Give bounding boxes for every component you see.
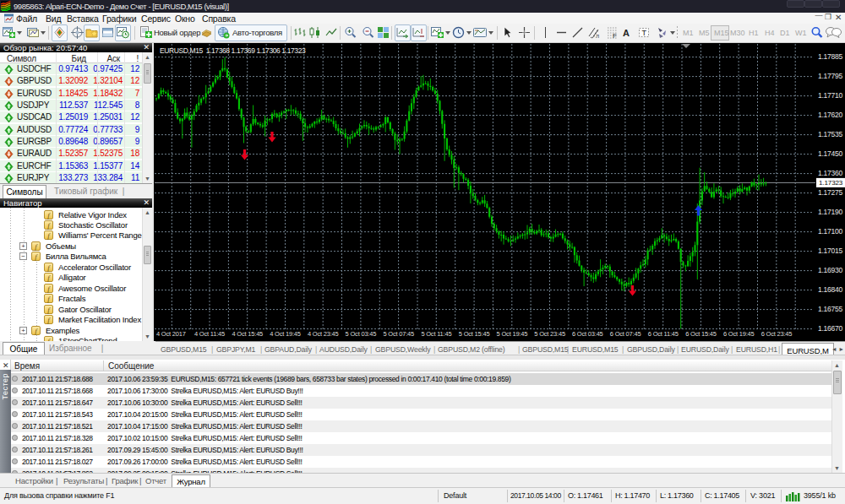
svg-text:4 Oct 15:45: 4 Oct 15:45 <box>232 330 264 338</box>
svg-text:1.17190: 1.17190 <box>818 208 842 216</box>
svg-text:1.17015: 1.17015 <box>818 247 842 255</box>
svg-text:1.17620: 1.17620 <box>818 111 842 119</box>
svg-text:6 Oct 11:45: 6 Oct 11:45 <box>648 330 679 338</box>
svg-text:1.17323: 1.17323 <box>819 179 843 187</box>
svg-text:5 Oct 15:45: 5 Oct 15:45 <box>459 330 490 338</box>
svg-text:6 Oct 07:45: 6 Oct 07:45 <box>610 330 641 338</box>
svg-text:5 Oct 19:45: 5 Oct 19:45 <box>497 330 528 338</box>
svg-text:T: T <box>642 29 647 37</box>
svg-text:5 Oct 07:45: 5 Oct 07:45 <box>383 330 414 338</box>
svg-text:F: F <box>613 32 617 39</box>
svg-text:л: л <box>596 33 599 39</box>
svg-text:4 Oct 19:45: 4 Oct 19:45 <box>270 330 301 338</box>
svg-text:5 Oct 11:45: 5 Oct 11:45 <box>421 330 451 338</box>
svg-text:6 Oct 23:45: 6 Oct 23:45 <box>761 330 793 338</box>
svg-text:1.17450: 1.17450 <box>818 149 842 158</box>
svg-text:1.16840: 1.16840 <box>818 285 842 294</box>
svg-text:1.17360: 1.17360 <box>818 169 842 177</box>
svg-text:1.17535: 1.17535 <box>818 130 842 138</box>
svg-text:1.17710: 1.17710 <box>818 91 842 100</box>
svg-text:4 Oct 2017: 4 Oct 2017 <box>156 330 186 338</box>
svg-text:4 Oct 11:45: 4 Oct 11:45 <box>194 330 225 338</box>
svg-text:1.16670: 1.16670 <box>818 324 842 333</box>
svg-text:6 Oct 03:45: 6 Oct 03:45 <box>572 330 603 338</box>
svg-text:1.17275: 1.17275 <box>818 188 842 197</box>
svg-text:5 Oct 23:45: 5 Oct 23:45 <box>534 330 565 338</box>
svg-text:1.17795: 1.17795 <box>818 72 842 80</box>
svg-text:4 Oct 23:45: 4 Oct 23:45 <box>308 330 339 338</box>
svg-text:1.16755: 1.16755 <box>818 305 842 313</box>
svg-text:1.17100: 1.17100 <box>818 227 842 236</box>
svg-text:6 Oct 19:45: 6 Oct 19:45 <box>723 330 755 338</box>
svg-text:6 Oct 15:45: 6 Oct 15:45 <box>685 330 717 338</box>
svg-text:1.16930: 1.16930 <box>818 266 842 274</box>
svg-text:1.17885: 1.17885 <box>818 52 842 61</box>
svg-text:5 Oct 03:45: 5 Oct 03:45 <box>346 330 377 338</box>
svg-text:EURUSD,M15 1.17368 1.17369 1.: EURUSD,M15 1.17368 1.17369 1.17306 1.173… <box>160 46 306 55</box>
